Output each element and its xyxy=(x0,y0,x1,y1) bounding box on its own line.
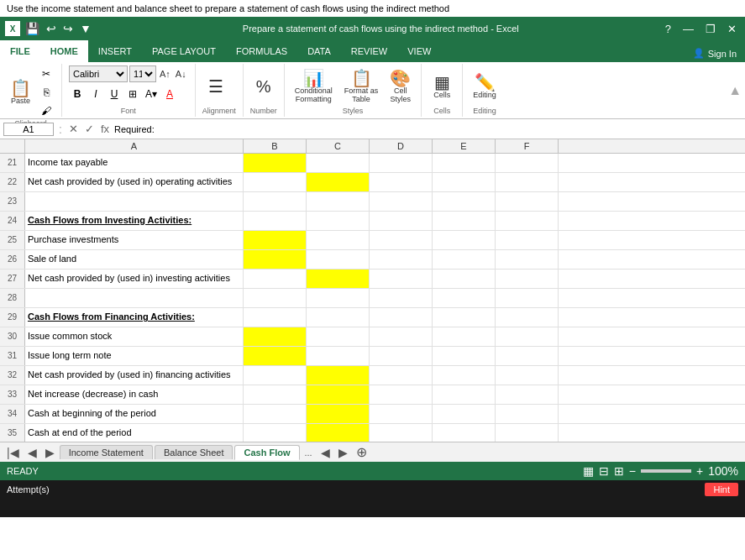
cell-c33[interactable] xyxy=(307,385,370,404)
sheet-scroll-right[interactable]: ▶ xyxy=(335,446,351,459)
tab-file[interactable]: FILE xyxy=(0,40,40,62)
cell-b22[interactable] xyxy=(244,173,307,191)
cell-f28[interactable] xyxy=(496,289,559,307)
cell-c23[interactable] xyxy=(307,192,370,211)
alignment-button[interactable]: ☰ xyxy=(202,76,229,97)
border-button[interactable]: ⊞ xyxy=(124,86,141,102)
normal-view-icon[interactable]: ▦ xyxy=(583,464,594,478)
cell-c32[interactable] xyxy=(307,366,370,385)
add-sheet-button[interactable]: ⊕ xyxy=(353,444,370,460)
cell-a29[interactable]: Cash Flows from Financing Activities: xyxy=(25,308,244,327)
cell-c28[interactable] xyxy=(307,289,370,307)
italic-button[interactable]: I xyxy=(87,86,104,102)
sheet-nav-first[interactable]: |◀ xyxy=(3,446,23,459)
redo-icon[interactable]: ↪ xyxy=(61,22,75,35)
help-button[interactable]: ? xyxy=(662,23,674,35)
font-shrink-button[interactable]: A↓ xyxy=(174,69,188,79)
formula-confirm-icon[interactable]: ✓ xyxy=(83,123,96,135)
underline-button[interactable]: U xyxy=(106,86,123,102)
cell-d31[interactable] xyxy=(370,347,433,365)
formula-cancel-icon[interactable]: ✕ xyxy=(67,123,80,135)
cell-b35[interactable] xyxy=(244,424,307,442)
cell-c29[interactable] xyxy=(307,308,370,327)
sheet-nav-next[interactable]: ▶ xyxy=(42,446,58,459)
cell-e26[interactable] xyxy=(433,250,496,269)
sheet-tab-cash-flow[interactable]: Cash Flow xyxy=(234,445,299,460)
tab-review[interactable]: REVIEW xyxy=(341,40,397,62)
col-header-e[interactable]: E xyxy=(433,139,496,153)
cell-e33[interactable] xyxy=(433,385,496,404)
ribbon-scroll-up[interactable]: ▲ xyxy=(728,83,742,98)
page-layout-icon[interactable]: ⊟ xyxy=(599,464,609,478)
close-button[interactable]: ✕ xyxy=(724,23,740,35)
fill-color-button[interactable]: A▾ xyxy=(143,86,160,102)
cell-e27[interactable] xyxy=(433,270,496,288)
cell-e24[interactable] xyxy=(433,212,496,230)
cell-b28[interactable] xyxy=(244,289,307,307)
cell-b32[interactable] xyxy=(244,366,307,385)
cell-d23[interactable] xyxy=(370,192,433,211)
cell-f32[interactable] xyxy=(496,366,559,385)
font-grow-button[interactable]: A↑ xyxy=(158,69,172,79)
cell-e21[interactable] xyxy=(433,154,496,172)
cell-a33[interactable]: Net increase (decrease) in cash xyxy=(25,385,244,404)
number-button[interactable]: % xyxy=(250,76,277,97)
sheet-tab-income-statement[interactable]: Income Statement xyxy=(60,445,153,459)
cell-e30[interactable] xyxy=(433,327,496,346)
tab-insert[interactable]: INSERT xyxy=(88,40,142,62)
cell-f29[interactable] xyxy=(496,308,559,327)
cell-f34[interactable] xyxy=(496,405,559,423)
cell-f31[interactable] xyxy=(496,347,559,365)
minimize-button[interactable]: — xyxy=(679,23,697,35)
zoom-minus-icon[interactable]: − xyxy=(629,464,636,478)
cell-b26[interactable] xyxy=(244,250,307,269)
cell-b21[interactable] xyxy=(244,154,307,172)
cell-c22[interactable] xyxy=(307,173,370,191)
zoom-slider[interactable] xyxy=(641,469,691,473)
col-header-c[interactable]: C xyxy=(307,139,370,153)
cell-c34[interactable] xyxy=(307,405,370,423)
cell-d28[interactable] xyxy=(370,289,433,307)
font-color-button[interactable]: A xyxy=(161,86,178,102)
cell-a31[interactable]: Issue long term note xyxy=(25,347,244,365)
cell-c30[interactable] xyxy=(307,327,370,346)
formula-input[interactable]: Required: xyxy=(114,124,742,134)
cell-d33[interactable] xyxy=(370,385,433,404)
cell-d34[interactable] xyxy=(370,405,433,423)
col-header-a[interactable]: A xyxy=(25,139,244,153)
sheet-nav-prev[interactable]: ◀ xyxy=(24,446,40,459)
sheet-scroll-left[interactable]: ◀ xyxy=(317,446,333,459)
cell-f30[interactable] xyxy=(496,327,559,346)
cells-button[interactable]: ▦ Cells xyxy=(428,72,455,101)
cell-b29[interactable] xyxy=(244,308,307,327)
tab-formulas[interactable]: FORMULAS xyxy=(226,40,297,62)
quickaccess-dropdown-icon[interactable]: ▼ xyxy=(78,22,93,35)
font-name-select[interactable]: Calibri xyxy=(69,65,128,82)
cell-a35[interactable]: Cash at end of the period xyxy=(25,424,244,442)
cell-b33[interactable] xyxy=(244,385,307,404)
cell-f22[interactable] xyxy=(496,173,559,191)
copy-button[interactable]: ⎘ xyxy=(38,84,55,101)
signin-button[interactable]: 👤 Sign In xyxy=(685,44,745,62)
tab-view[interactable]: VIEW xyxy=(397,40,441,62)
page-break-icon[interactable]: ⊞ xyxy=(614,464,624,478)
cell-f24[interactable] xyxy=(496,212,559,230)
tab-data[interactable]: DATA xyxy=(297,40,341,62)
cell-e34[interactable] xyxy=(433,405,496,423)
cell-e23[interactable] xyxy=(433,192,496,211)
cell-f21[interactable] xyxy=(496,154,559,172)
cell-a22[interactable]: Net cash provided by (used in) operating… xyxy=(25,173,244,191)
tab-pagelayout[interactable]: PAGE LAYOUT xyxy=(142,40,226,62)
cell-d24[interactable] xyxy=(370,212,433,230)
cell-a34[interactable]: Cash at beginning of the period xyxy=(25,405,244,423)
cell-a32[interactable]: Net cash provided by (used in) financing… xyxy=(25,366,244,385)
cell-f26[interactable] xyxy=(496,250,559,269)
cell-d30[interactable] xyxy=(370,327,433,346)
cell-c31[interactable] xyxy=(307,347,370,365)
cell-f35[interactable] xyxy=(496,424,559,442)
editing-button[interactable]: ✏️ Editing xyxy=(470,72,500,101)
cell-a28[interactable] xyxy=(25,289,244,307)
cell-d25[interactable] xyxy=(370,231,433,249)
cell-b23[interactable] xyxy=(244,192,307,211)
format-painter-button[interactable]: 🖌 xyxy=(38,102,55,119)
